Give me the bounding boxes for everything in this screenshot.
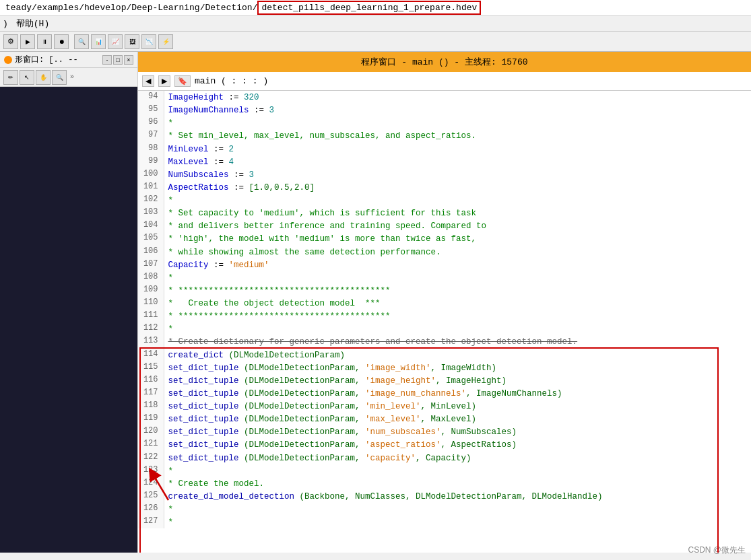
line-number: 120 xyxy=(138,425,164,438)
nav-bookmark[interactable]: 🔖 xyxy=(174,75,191,87)
line-number: 109 xyxy=(138,284,164,297)
table-row: 127 * xyxy=(138,516,751,528)
panel-minimize[interactable]: - xyxy=(102,55,112,65)
table-row: 124 * Create the model. xyxy=(138,477,751,490)
table-row: 122 set_dict_tuple (DLModelDetectionPara… xyxy=(138,452,751,464)
line-number: 121 xyxy=(138,438,164,451)
panel-controls: - □ × xyxy=(102,55,133,65)
table-row: 117 set_dict_tuple (DLModelDetectionPara… xyxy=(138,387,751,400)
table-row: 104 * and delivers better inference and … xyxy=(138,219,751,232)
table-row: 106 * while showing almost the same dete… xyxy=(138,246,751,258)
line-content: AspectRatios := [1.0,0.5,2.0] xyxy=(164,181,751,194)
line-number: 105 xyxy=(138,232,164,245)
lp-tool-4[interactable]: 🔍 xyxy=(52,70,67,85)
left-panel-toolbar: ✏ ↖ ✋ 🔍 » xyxy=(0,68,137,87)
line-content: * xyxy=(164,271,751,284)
line-number: 101 xyxy=(138,181,164,194)
table-row: 119 set_dict_tuple (DLModelDetectionPara… xyxy=(138,413,751,425)
toolbar-btn-9[interactable]: 📉 xyxy=(141,34,156,49)
table-row: 105 * 'high', the model with 'medium' is… xyxy=(138,232,751,245)
line-content: * Create the model. xyxy=(164,477,751,490)
toolbar-btn-4[interactable]: ⏺ xyxy=(54,34,69,49)
toolbar: ⚙ ▶ ⏸ ⏺ 🔍 📊 📈 🖼 📉 ⚡ xyxy=(0,32,751,52)
code-table: 94 ImageHeight := 320 95 ImageNumChannel… xyxy=(138,91,751,528)
code-area[interactable]: 94 ImageHeight := 320 95 ImageNumChannel… xyxy=(138,91,751,553)
line-number: 117 xyxy=(138,387,164,400)
line-number: 116 xyxy=(138,374,164,387)
table-row: 97 * Set min_level, max_level, num_subsc… xyxy=(138,129,751,142)
menu-item-help[interactable]: 帮助(H) xyxy=(16,18,49,30)
line-content: create_dl_model_detection (Backbone, Num… xyxy=(164,490,751,503)
code-header-text: 程序窗口 - main () - 主线程: 15760 xyxy=(361,56,527,68)
line-content: * **************************************… xyxy=(164,310,751,322)
line-content: * xyxy=(164,516,751,528)
table-row: 102 * xyxy=(138,194,751,207)
table-row: 120 set_dict_tuple (DLModelDetectionPara… xyxy=(138,425,751,438)
line-number: 104 xyxy=(138,219,164,232)
toolbar-btn-3[interactable]: ⏸ xyxy=(37,34,52,49)
line-content: * while showing almost the same detectio… xyxy=(164,246,751,258)
main-layout: 形窗口: [.. -- - □ × ✏ ↖ ✋ 🔍 » 程序窗口 - main … xyxy=(0,52,751,553)
line-content: create_dict (DLModelDetectionParam) xyxy=(164,349,751,361)
table-row: 109 * **********************************… xyxy=(138,284,751,297)
line-number: 113 xyxy=(138,335,164,348)
nav-forward[interactable]: ▶ xyxy=(158,75,170,87)
line-number: 97 xyxy=(138,129,164,142)
toolbar-btn-5[interactable]: 🔍 xyxy=(74,34,89,49)
table-row: 107 Capacity := 'medium' xyxy=(138,258,751,271)
toolbar-btn-8[interactable]: 🖼 xyxy=(125,34,139,49)
watermark: CSDN @微先生 xyxy=(688,545,746,556)
line-number: 100 xyxy=(138,168,164,181)
table-row: 118 set_dict_tuple (DLModelDetectionPara… xyxy=(138,400,751,413)
lp-tool-2[interactable]: ↖ xyxy=(20,70,34,85)
toolbar-btn-7[interactable]: 📈 xyxy=(108,34,123,49)
toolbar-btn-1[interactable]: ⚙ xyxy=(3,34,18,49)
table-row: 123 * xyxy=(138,464,751,477)
line-number: 98 xyxy=(138,143,164,155)
line-number: 125 xyxy=(138,490,164,503)
line-number: 127 xyxy=(138,516,164,528)
table-row: 121 set_dict_tuple (DLModelDetectionPara… xyxy=(138,438,751,451)
line-number: 122 xyxy=(138,452,164,464)
line-number: 103 xyxy=(138,207,164,219)
lp-tool-3[interactable]: ✋ xyxy=(36,70,51,85)
line-content: * xyxy=(164,503,751,516)
orange-dot xyxy=(4,56,12,64)
left-panel-canvas xyxy=(0,87,137,553)
table-row: 116 set_dict_tuple (DLModelDetectionPara… xyxy=(138,374,751,387)
line-number: 124 xyxy=(138,477,164,490)
line-content: Capacity := 'medium' xyxy=(164,258,751,271)
table-row: 114 create_dict (DLModelDetectionParam) xyxy=(138,349,751,361)
line-content: * xyxy=(164,464,751,477)
code-nav: ◀ ▶ 🔖 main ( : : : ) xyxy=(138,72,751,91)
line-number: 99 xyxy=(138,155,164,168)
toolbar-btn-6[interactable]: 📊 xyxy=(91,34,106,49)
table-row: 113 * Create dictionary for generic para… xyxy=(138,335,751,348)
table-row: 96 * xyxy=(138,116,751,129)
table-row: 115 set_dict_tuple (DLModelDetectionPara… xyxy=(138,361,751,374)
line-content: * xyxy=(164,322,751,335)
line-content: set_dict_tuple (DLModelDetectionParam, '… xyxy=(164,413,751,425)
table-row: 108 * xyxy=(138,271,751,284)
line-content: * **************************************… xyxy=(164,284,751,297)
toolbar-btn-2[interactable]: ▶ xyxy=(20,34,35,49)
line-content: ImageHeight := 320 xyxy=(164,91,751,104)
panel-close[interactable]: × xyxy=(124,55,133,65)
line-number: 107 xyxy=(138,258,164,271)
table-row: 112 * xyxy=(138,322,751,335)
line-number: 106 xyxy=(138,246,164,258)
filename-highlight: detect_pills_deep_learning_1_prepare.hde… xyxy=(257,1,481,15)
panel-restore[interactable]: □ xyxy=(113,55,123,65)
nav-back[interactable]: ◀ xyxy=(142,75,154,87)
line-content: * xyxy=(164,116,751,129)
line-number: 111 xyxy=(138,310,164,322)
line-content: set_dict_tuple (DLModelDetectionParam, '… xyxy=(164,387,751,400)
lp-tool-1[interactable]: ✏ xyxy=(3,70,18,85)
line-content: MinLevel := 2 xyxy=(164,143,751,155)
line-content: set_dict_tuple (DLModelDetectionParam, '… xyxy=(164,374,751,387)
toolbar-btn-10[interactable]: ⚡ xyxy=(158,34,173,49)
menu-item-paren[interactable]: ) xyxy=(3,19,8,29)
code-header: 程序窗口 - main () - 主线程: 15760 xyxy=(138,52,751,72)
nav-breadcrumb: main ( : : : ) xyxy=(195,76,268,86)
line-number: 112 xyxy=(138,322,164,335)
